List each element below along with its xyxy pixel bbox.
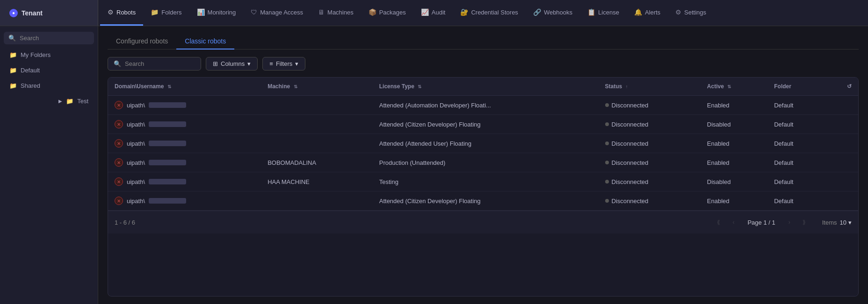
col-status-label: Status [605, 83, 622, 90]
sidebar-item-test[interactable]: ▶ 📁 Test [4, 94, 94, 108]
username-blurred-1 [149, 121, 186, 127]
pagination-range: 1 - 6 / 6 [115, 219, 135, 226]
items-label: Items [822, 219, 837, 226]
cell-machine-3: BOBOMADALINA [261, 153, 373, 172]
credential-stores-icon: 🔐 [460, 8, 468, 16]
username-blurred-5 [149, 198, 186, 204]
nav-tab-folders[interactable]: 📁 Folders [143, 0, 189, 26]
default-icon: 📁 [9, 67, 17, 74]
filters-button[interactable]: ≡ Filters ▾ [262, 57, 305, 71]
nav-tab-credential-stores[interactable]: 🔐 Credential Stores [453, 0, 525, 26]
tenant-icon: ● [9, 9, 18, 17]
username-blurred-0 [149, 102, 186, 108]
cell-folder-3: Default [767, 153, 826, 172]
sub-tabs: Configured robots Classic robots [108, 34, 859, 49]
status-text-3: Disconnected [612, 159, 649, 166]
nav-tab-settings[interactable]: ⚙ Settings [668, 0, 714, 26]
my-folders-icon: 📁 [9, 51, 17, 58]
cell-domain-3: ✕ uipath\ [108, 153, 261, 172]
test-icon: 📁 [66, 98, 73, 105]
cell-domain-0: ✕ uipath\ [108, 96, 261, 115]
sidebar-item-default[interactable]: 📁 Default [4, 64, 94, 77]
nav-tab-robots[interactable]: ⚙ Robots [100, 0, 143, 26]
cell-status-4: Disconnected [599, 172, 701, 191]
nav-tab-machines-label: Machines [327, 9, 354, 16]
sidebar-item-shared-label: Shared [21, 82, 40, 89]
col-status[interactable]: Status ↑ [599, 78, 701, 96]
status-dot-5 [605, 199, 609, 203]
col-license-type[interactable]: License Type ⇅ [373, 78, 599, 96]
col-folder[interactable]: Folder [767, 78, 826, 96]
license-icon: 📋 [587, 8, 595, 16]
machines-icon: 🖥 [318, 8, 325, 16]
cell-machine-2 [261, 134, 373, 153]
cell-actions-2 [826, 134, 858, 153]
username-4: uipath\ [127, 178, 145, 185]
refresh-icon[interactable]: ↺ [847, 83, 852, 90]
next-page-button[interactable]: › [783, 216, 796, 229]
nav-tab-monitoring[interactable]: 📊 Monitoring [189, 0, 244, 26]
tenant-label[interactable]: ● Tenant [0, 0, 98, 26]
sidebar-item-my-folders[interactable]: 📁 My Folders [4, 48, 94, 62]
sidebar-search-input[interactable] [20, 35, 89, 42]
cell-active-1: Disabled [701, 115, 767, 134]
col-domain[interactable]: Domain\Username ⇅ [108, 78, 261, 96]
username-blurred-4 [149, 179, 186, 184]
nav-tab-alerts[interactable]: 🔔 Alerts [627, 0, 668, 26]
nav-tab-machines[interactable]: 🖥 Machines [311, 0, 361, 26]
last-page-button[interactable]: ⟫ [798, 216, 811, 229]
cell-folder-1: Default [767, 115, 826, 134]
sort-license-icon: ⇅ [418, 84, 421, 89]
table-row: ✕ uipath\ HAA MACHINE Testing Disconnect… [108, 172, 858, 191]
cell-status-2: Disconnected [599, 134, 701, 153]
search-box[interactable]: 🔍 [108, 57, 201, 71]
columns-button[interactable]: ⊞ Columns ▾ [206, 57, 258, 71]
first-page-button[interactable]: ⟪ [712, 216, 725, 229]
col-license-type-label: License Type [379, 83, 414, 90]
cell-domain-2: ✕ uipath\ [108, 134, 261, 153]
cell-domain-1: ✕ uipath\ [108, 115, 261, 134]
cell-folder-0: Default [767, 96, 826, 115]
nav-tab-manage-access[interactable]: 🛡 Manage Access [243, 0, 311, 26]
sidebar-item-shared[interactable]: 📁 Shared [4, 79, 94, 92]
table-row: ✕ uipath\ Attended (Automation Developer… [108, 96, 858, 115]
nav-tab-alerts-label: Alerts [645, 9, 660, 16]
status-dot-0 [605, 103, 609, 107]
nav-tab-audit[interactable]: 📈 Audit [413, 0, 453, 26]
tenant-name: Tenant [22, 9, 43, 17]
sidebar-search-box[interactable]: 🔍 [4, 32, 94, 44]
status-text-4: Disconnected [612, 178, 649, 185]
nav-tab-webhooks[interactable]: 🔗 Webhooks [526, 0, 580, 26]
nav-tab-folders-label: Folders [161, 9, 181, 16]
prev-page-button[interactable]: ‹ [727, 216, 740, 229]
col-machine[interactable]: Machine ⇅ [261, 78, 373, 96]
items-count-select[interactable]: 10 ▾ [840, 219, 852, 226]
cell-license-5: Attended (Citizen Developer) Floating [373, 191, 599, 211]
nav-tabs: ⚙ Robots 📁 Folders 📊 Monitoring 🛡 Manage… [98, 0, 714, 26]
cell-domain-5: ✕ uipath\ [108, 191, 261, 211]
sub-tab-configured[interactable]: Configured robots [108, 34, 176, 49]
search-input[interactable] [125, 60, 195, 67]
nav-tab-credential-stores-label: Credential Stores [471, 9, 518, 16]
nav-tab-settings-label: Settings [684, 9, 706, 16]
cell-status-0: Disconnected [599, 96, 701, 115]
nav-tab-license[interactable]: 📋 License [580, 0, 627, 26]
sub-tab-classic[interactable]: Classic robots [176, 34, 234, 49]
sort-active-icon: ⇅ [727, 84, 731, 89]
status-text-2: Disconnected [612, 140, 649, 147]
col-active[interactable]: Active ⇅ [701, 78, 767, 96]
configured-robots-label: Configured robots [116, 37, 168, 45]
cell-machine-0 [261, 96, 373, 115]
nav-tab-manage-access-label: Manage Access [260, 9, 303, 16]
cell-actions-1 [826, 115, 858, 134]
user-x-icon-5: ✕ [115, 197, 123, 205]
col-refresh[interactable]: ↺ [826, 78, 858, 96]
username-0: uipath\ [127, 102, 145, 109]
sort-machine-icon: ⇅ [294, 84, 297, 89]
packages-icon: 📦 [369, 8, 376, 16]
table-row: ✕ uipath\ BOBOMADALINA Production (Unatt… [108, 153, 858, 172]
table-body: ✕ uipath\ Attended (Automation Developer… [108, 96, 858, 211]
columns-label: Columns [221, 60, 245, 67]
nav-tab-packages[interactable]: 📦 Packages [361, 0, 413, 26]
cell-machine-1 [261, 115, 373, 134]
